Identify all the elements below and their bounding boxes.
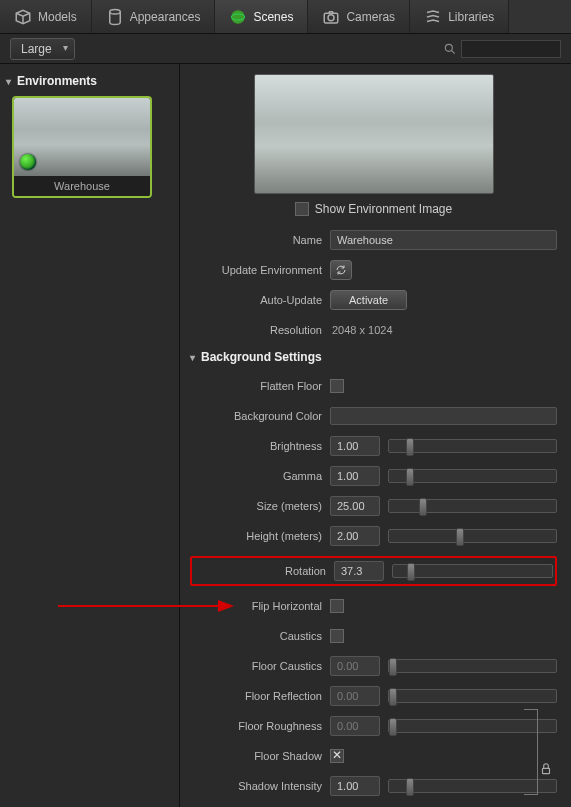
floor-reflection-label: Floor Reflection (190, 690, 330, 702)
height-input[interactable] (330, 526, 380, 546)
show-env-image-label: Show Environment Image (315, 202, 452, 216)
rotation-slider[interactable] (392, 564, 553, 578)
tab-scenes[interactable]: Scenes (215, 0, 308, 33)
auto-update-label: Auto-Update (190, 294, 330, 306)
thumbnail-label: Warehouse (14, 176, 150, 196)
size-label: Size (meters) (190, 500, 330, 512)
tab-label: Models (38, 10, 77, 24)
lock-icon (539, 762, 553, 776)
floor-caustics-input[interactable] (330, 656, 380, 676)
tab-libraries[interactable]: Libraries (410, 0, 509, 33)
resolution-label: Resolution (190, 324, 330, 336)
search-icon (443, 42, 457, 56)
toolbar: Large (0, 34, 571, 64)
globe-icon (229, 8, 247, 26)
cylinder-icon (106, 8, 124, 26)
link-bracket (524, 709, 538, 795)
flip-horizontal-label: Flip Horizontal (190, 600, 330, 612)
resolution-value: 2048 x 1024 (330, 324, 393, 336)
top-tabs: Models Appearances Scenes Cameras Librar… (0, 0, 571, 34)
dropdown-value: Large (21, 42, 52, 56)
environment-preview (254, 74, 494, 194)
caustics-label: Caustics (190, 630, 330, 642)
brightness-input[interactable] (330, 436, 380, 456)
rotation-input[interactable] (334, 561, 384, 581)
brightness-slider[interactable] (388, 439, 557, 453)
brightness-label: Brightness (190, 440, 330, 452)
tab-appearances[interactable]: Appearances (92, 0, 216, 33)
flatten-floor-label: Flatten Floor (190, 380, 330, 392)
tab-label: Libraries (448, 10, 494, 24)
tab-models[interactable]: Models (0, 0, 92, 33)
gamma-slider[interactable] (388, 469, 557, 483)
search-box (443, 40, 561, 58)
caustics-checkbox[interactable] (330, 629, 344, 643)
svg-point-0 (109, 9, 120, 14)
floor-shadow-checkbox[interactable] (330, 749, 344, 763)
show-env-image-checkbox[interactable] (295, 202, 309, 216)
thumbnail-size-dropdown[interactable]: Large (10, 38, 75, 60)
floor-shadow-label: Floor Shadow (190, 750, 330, 762)
svg-point-4 (328, 14, 334, 20)
activate-button[interactable]: Activate (330, 290, 407, 310)
update-env-label: Update Environment (190, 264, 330, 276)
shadow-intensity-label: Shadow Intensity (190, 780, 330, 792)
gamma-label: Gamma (190, 470, 330, 482)
tab-label: Appearances (130, 10, 201, 24)
floor-roughness-input[interactable] (330, 716, 380, 736)
floor-reflection-input[interactable] (330, 686, 380, 706)
refresh-icon (335, 264, 347, 276)
library-icon (424, 8, 442, 26)
svg-point-1 (232, 10, 246, 24)
link-lock[interactable] (539, 729, 553, 807)
tab-label: Scenes (253, 10, 293, 24)
rotation-label: Rotation (194, 565, 334, 577)
environment-thumbnail[interactable]: Warehouse (12, 96, 152, 198)
svg-point-5 (445, 44, 452, 51)
environments-header[interactable]: Environments (6, 74, 173, 88)
rotation-highlight: Rotation (190, 556, 557, 586)
flip-horizontal-checkbox[interactable] (330, 599, 344, 613)
thumbnail-image (14, 98, 150, 176)
height-slider[interactable] (388, 529, 557, 543)
tab-label: Cameras (346, 10, 395, 24)
bgcolor-swatch[interactable] (330, 407, 557, 425)
gamma-input[interactable] (330, 466, 380, 486)
bgcolor-label: Background Color (190, 410, 330, 422)
floor-caustics-label: Floor Caustics (190, 660, 330, 672)
floor-caustics-slider[interactable] (388, 659, 557, 673)
name-label: Name (190, 234, 330, 246)
refresh-button[interactable] (330, 260, 352, 280)
background-settings-header[interactable]: Background Settings (190, 350, 557, 364)
shadow-intensity-input[interactable] (330, 776, 380, 796)
svg-rect-6 (543, 768, 550, 773)
cube-icon (14, 8, 32, 26)
camera-icon (322, 8, 340, 26)
properties-panel: Show Environment Image Name Update Envir… (180, 64, 571, 807)
left-panel: Environments Warehouse (0, 64, 180, 807)
name-input[interactable] (330, 230, 557, 250)
active-badge-icon (20, 154, 36, 170)
flatten-floor-checkbox[interactable] (330, 379, 344, 393)
size-input[interactable] (330, 496, 380, 516)
size-slider[interactable] (388, 499, 557, 513)
floor-reflection-slider[interactable] (388, 689, 557, 703)
height-label: Height (meters) (190, 530, 330, 542)
search-input[interactable] (461, 40, 561, 58)
tab-cameras[interactable]: Cameras (308, 0, 410, 33)
floor-roughness-label: Floor Roughness (190, 720, 330, 732)
